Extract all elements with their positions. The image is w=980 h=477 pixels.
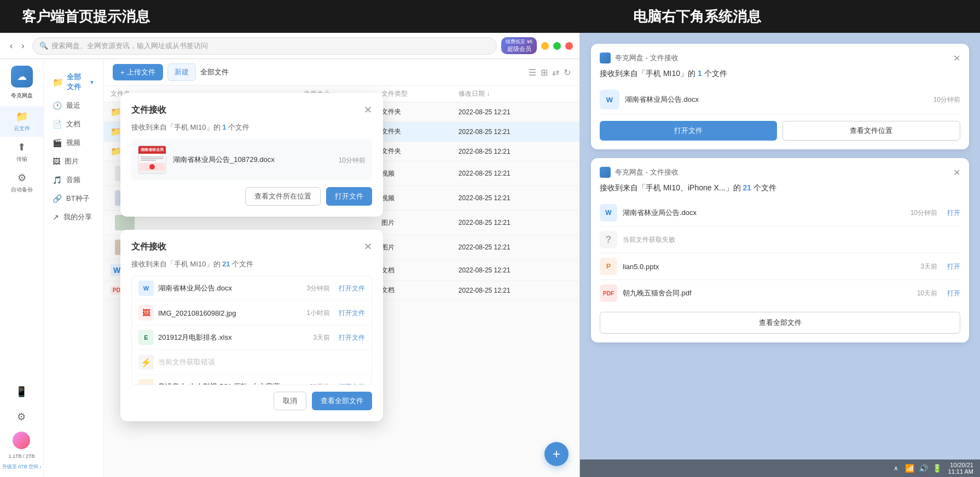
notif1-view-button[interactable]: 查看文件位置 — [782, 121, 961, 141]
share-icon: ↗ — [53, 213, 59, 222]
sidebar-transfer-label: 传输 — [16, 155, 27, 163]
file-type: 视频 — [375, 186, 452, 211]
file-date: 2022-08-25 12:21 — [452, 235, 579, 260]
notif2-view-all-button[interactable]: 查看全部文件 — [600, 312, 960, 334]
notif1-close-button[interactable]: ✕ — [953, 53, 960, 63]
fli-time-5: 30天前 — [310, 382, 330, 386]
nli-action-1[interactable]: 打开 — [947, 208, 960, 218]
sidebar-item-transfer[interactable]: ⬆ 传输 — [0, 137, 43, 167]
upload-button[interactable]: + 上传文件 — [113, 64, 163, 80]
battery-icon: 🔋 — [932, 464, 942, 473]
fli-name-2: IMG_20210816098l2.jpg — [158, 309, 302, 317]
cloud-files-icon: 📁 — [16, 110, 28, 123]
taskbar: ∧ 📶 🔊 🔋 10/20/21 11:11 AM — [580, 459, 980, 477]
sidebar-logo: ☁ — [11, 66, 33, 88]
nav-item-audio[interactable]: 🎵 音频 — [44, 171, 103, 189]
notif1-subtitle: 接收到来自「手机 MI10」的 1 个文件 — [600, 69, 960, 79]
ppt-icon: P — [600, 258, 617, 275]
audio-icon: 🎵 — [53, 176, 62, 184]
fli-action-5[interactable]: 打开文件 — [339, 382, 365, 386]
nav-images-label: 图片 — [65, 156, 79, 166]
sidebar-item-auto-backup[interactable]: ⚙ 自动备份 — [0, 167, 43, 198]
video-file-icon: ▶ — [138, 379, 154, 385]
nav-item-video[interactable]: 🎬 视频 — [44, 133, 103, 152]
fli-action-2[interactable]: 打开文件 — [339, 309, 365, 318]
dialog1-close-button[interactable]: ✕ — [364, 104, 372, 116]
nav-forward-button[interactable]: › — [18, 39, 27, 53]
dialog2-count: 21 — [222, 260, 230, 268]
file-date: 2022-08-25 12:21 — [452, 102, 579, 122]
nav-back-button[interactable]: ‹ — [7, 39, 16, 53]
search-bar[interactable]: 🔍 搜索网盘、全网资源资讯，输入网址或从书签访问 — [32, 37, 497, 55]
file-date: 2022-08-25 12:21 — [452, 122, 579, 142]
notifications-area: 夸克网盘 - 文件接收 ✕ 接收到来自「手机 MI10」的 1 个文件 W 湖南… — [580, 33, 980, 477]
nli-action-3[interactable]: 打开 — [947, 262, 960, 271]
nav-item-share[interactable]: ↗ 我的分享 — [44, 208, 103, 226]
nav-item-images[interactable]: 🖼 图片 — [44, 152, 103, 171]
nli-time-1: 10分钟前 — [911, 208, 937, 218]
notif2-file-list: W 湖南省林业局公告.docx 10分钟前 打开 ? 当前文件获取失败 P li… — [600, 200, 960, 306]
fli-action-3[interactable]: 打开文件 — [339, 333, 365, 342]
sidebar-item-settings[interactable]: ⚙ — [2, 406, 42, 427]
sidebar-app-name: 夸克网盘 — [11, 92, 33, 100]
vip-sub-label: 续费低至 ¥6 — [506, 39, 532, 45]
dialog1-file-time: 10分钟前 — [339, 156, 366, 165]
dialog1-open-file-button[interactable]: 打开文件 — [326, 187, 372, 206]
nli-action-4[interactable]: 打开 — [947, 289, 960, 298]
dialog2-cancel-button[interactable]: 取消 — [274, 392, 306, 410]
notif2-subtitle: 接收到来自「手机 MI10、iPhone X...」的 21 个文件 — [600, 183, 960, 193]
list-view-icon[interactable]: ☰ — [529, 67, 536, 78]
file-type: 图片 — [375, 211, 452, 235]
fli-name-1: 湖南省林业局公告.docx — [158, 283, 302, 293]
dialog2-subtitle-prefix: 接收到来自「手机 MI10」的 — [131, 260, 221, 268]
sort-icon[interactable]: ⇄ — [552, 67, 559, 78]
auto-backup-icon: ⚙ — [18, 172, 26, 184]
dialog2-view-all-button[interactable]: 查看全部文件 — [312, 392, 372, 410]
notif1-file-icon: W — [600, 90, 619, 109]
dialog1-subtitle: 接收到来自「手机 MI10」的 1 个文件 — [131, 123, 372, 132]
vip-badge[interactable]: 续费低至 ¥6 超级会员 — [501, 37, 537, 55]
notif1-app-name: 夸克网盘 - 文件接收 — [615, 53, 679, 63]
upgrade-label: 升级至 6TB 空间 — [2, 463, 39, 470]
nav-header-arrow-icon: ▼ — [89, 79, 95, 85]
refresh-icon[interactable]: ↻ — [564, 67, 571, 78]
notif2-close-button[interactable]: ✕ — [953, 167, 960, 178]
nav-item-docs[interactable]: 📄 文档 — [44, 115, 103, 133]
window-minimize-button[interactable] — [541, 42, 549, 50]
sidebar-avatar[interactable] — [13, 432, 30, 449]
notif1-suffix: 个文件 — [704, 69, 727, 78]
fab-add-button[interactable]: + — [544, 442, 569, 466]
dialog1-file-info: 湖南省林业局公告_108729.docx — [173, 155, 332, 165]
question-icon: ? — [600, 231, 617, 248]
dialog2-header: 文件接收 ✕ — [131, 241, 372, 253]
grid-view-icon[interactable]: ⊞ — [541, 67, 548, 78]
word-icon: W — [138, 281, 154, 296]
taskbar-expand-icon[interactable]: ∧ — [894, 464, 898, 472]
nav-item-bt[interactable]: 🔗 BT种子 — [44, 189, 103, 208]
notif1-open-button[interactable]: 打开文件 — [600, 121, 777, 141]
sidebar-item-phone[interactable]: 📱 — [2, 381, 42, 402]
dialog2-close-button[interactable]: ✕ — [364, 241, 372, 253]
list-item: W 湖南省林业局公告.docx 3分钟前 打开文件 — [132, 276, 372, 301]
sidebar-cloud-files-label: 云文件 — [14, 125, 30, 132]
nli-time-3: 3天前 — [920, 262, 937, 271]
sidebar-item-cloud-files[interactable]: 📁 云文件 — [0, 106, 43, 137]
nav-all-files-header[interactable]: 📁 全部文件 ▼ — [44, 68, 103, 96]
file-type: 文档 — [375, 260, 452, 281]
window-close-button[interactable] — [565, 42, 573, 50]
search-icon: 🔍 — [39, 42, 48, 50]
word-icon: W — [600, 204, 617, 222]
right-section-title: 电脑右下角系统消息 — [633, 7, 761, 26]
dialog2-actions: 取消 查看全部文件 — [131, 392, 372, 410]
fli-action-1[interactable]: 打开文件 — [339, 284, 365, 293]
vip-label: 超级会员 — [507, 45, 531, 52]
nav-recent-label: 最近 — [66, 101, 80, 110]
upgrade-arrow-icon: › — [39, 464, 41, 470]
dialog1-view-location-button[interactable]: 查看文件所在位置 — [245, 187, 321, 206]
new-folder-button[interactable]: 新建 — [167, 63, 196, 81]
nav-item-recent[interactable]: 🕐 最近 — [44, 96, 103, 115]
upgrade-link[interactable]: 升级至 6TB 空间 › — [2, 463, 42, 470]
notif1-logo — [600, 53, 611, 63]
nav-bt-label: BT种子 — [66, 194, 90, 203]
window-maximize-button[interactable] — [553, 42, 561, 50]
